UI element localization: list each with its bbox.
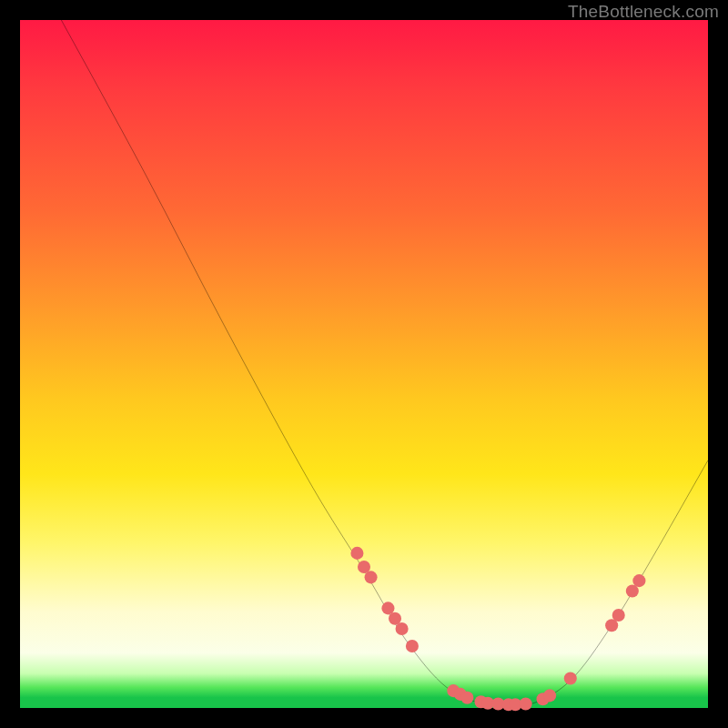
- marker-dot: [564, 672, 577, 684]
- marker-dot: [396, 622, 409, 635]
- curve-layer: [20, 20, 708, 708]
- marker-dot: [365, 571, 378, 583]
- marker-dot: [460, 692, 473, 704]
- marker-dot: [543, 689, 556, 702]
- highlight-points: [350, 547, 645, 711]
- marker-dot: [406, 640, 419, 652]
- chart-frame: TheBottleneck.com: [0, 0, 728, 728]
- marker-dot: [612, 609, 625, 622]
- plot-area: [20, 20, 708, 708]
- marker-dot: [632, 574, 645, 587]
- marker-dot: [520, 697, 532, 710]
- marker-dot: [350, 547, 363, 560]
- watermark-text: TheBottleneck.com: [568, 2, 719, 22]
